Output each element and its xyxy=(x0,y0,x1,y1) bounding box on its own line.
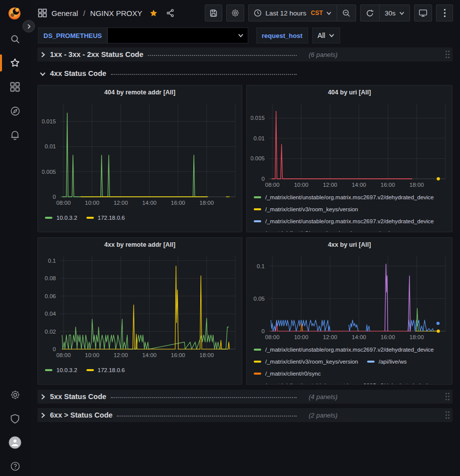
sidebar-item-profile[interactable] xyxy=(0,433,30,453)
legend-series-label[interactable]: 10.0.3.2 xyxy=(56,367,77,373)
chevron-right-icon xyxy=(39,394,46,400)
svg-text:0.04: 0.04 xyxy=(45,311,56,317)
legend-item: /_matrix/client/v3/room_keys/version xyxy=(254,359,358,365)
grafana-logo[interactable] xyxy=(6,5,22,21)
panel-title[interactable]: 4xx by uri [All] xyxy=(251,241,448,252)
legend-item: 172.18.0.6 xyxy=(86,215,125,221)
panel-title[interactable]: 404 by uri [All] xyxy=(251,89,448,99)
kebab-icon xyxy=(444,8,446,17)
svg-text:0.005: 0.005 xyxy=(251,155,265,161)
legend-series-label[interactable]: /_matrix/client/r0/sync xyxy=(265,371,321,377)
legend-item: 172.18.0.6 xyxy=(86,367,125,373)
legend-item: /_matrix/client/unstable/org.matrix.msc2… xyxy=(254,383,434,385)
share-icon[interactable] xyxy=(166,8,175,17)
time-range-label: Last 12 hours xyxy=(265,9,306,17)
save-dashboard-button[interactable] xyxy=(205,4,222,21)
legend-item: 10.0.3.2 xyxy=(45,367,77,373)
legend-series-label[interactable]: /_matrix/client/v3/room_keys/version xyxy=(265,230,358,232)
active-indicator xyxy=(0,54,2,71)
sidebar-item-explore[interactable] xyxy=(0,101,30,121)
row-title: 6xx > Status Code xyxy=(50,411,112,419)
svg-text:16:00: 16:00 xyxy=(171,200,185,206)
panel-legend: /_matrix/client/unstable/org.matrix.msc2… xyxy=(251,189,448,232)
timeseries-chart[interactable]: 08:0010:0012:0014:0016:0018:0000.020.040… xyxy=(42,252,239,360)
save-icon xyxy=(209,9,218,17)
panel-grid: 404 by remote addr [All] 08:0010:0012:00… xyxy=(37,85,453,385)
legend-series-label[interactable]: /_matrix/client/unstable/org.matrix.msc2… xyxy=(265,347,434,353)
timeseries-chart[interactable]: 08:0010:0012:0014:0016:0018:0000.0050.01… xyxy=(251,99,449,189)
panel-title[interactable]: 404 by remote addr [All] xyxy=(42,89,238,99)
legend-item: /sw.js xyxy=(367,230,393,232)
panel-title[interactable]: 4xx by remote addr [All] xyxy=(42,241,238,252)
legend-row: 10.0.3.2172.18.0.6 xyxy=(45,365,237,376)
timeseries-chart[interactable]: 08:0010:0012:0014:0016:0018:0000.050.1 xyxy=(251,252,449,342)
chevron-down-icon xyxy=(326,10,332,16)
svg-text:0.02: 0.02 xyxy=(45,329,56,335)
sidebar-item-dashboards[interactable] xyxy=(0,77,30,97)
legend-series-label[interactable]: 10.0.3.2 xyxy=(56,215,77,221)
svg-text:16:00: 16:00 xyxy=(381,334,395,340)
legend-series-label[interactable]: /_matrix/client/v3/room_keys/version xyxy=(265,206,358,212)
legend-series-label[interactable]: 172.18.0.6 xyxy=(98,367,125,373)
row-drag-handle[interactable] xyxy=(445,50,451,59)
row-drag-handle[interactable] xyxy=(445,392,451,401)
row-drag-handle[interactable] xyxy=(445,411,451,420)
legend-item: /_matrix/client/r0/sync xyxy=(254,371,321,377)
legend-row: /_matrix/client/v3/room_keys/version xyxy=(254,203,447,215)
zoom-out-button[interactable] xyxy=(337,5,356,21)
legend-row: /_matrix/client/unstable/org.matrix.msc2… xyxy=(254,380,447,385)
legend-row: /_matrix/client/r0/sync xyxy=(254,368,447,380)
svg-text:10:00: 10:00 xyxy=(85,200,99,206)
legend-series-label[interactable]: /_matrix/client/unstable/org.matrix.msc2… xyxy=(265,383,434,385)
panel-4xx-by-uri: 4xx by uri [All] 08:0010:0012:0014:0016:… xyxy=(246,237,453,385)
sidebar-item-search[interactable] xyxy=(0,29,30,49)
request-host-variable-label[interactable]: request_host xyxy=(256,27,308,43)
legend-series-label[interactable]: /sw.js xyxy=(379,230,393,232)
sidebar-item-admin[interactable] xyxy=(0,409,30,429)
row-header-6xx[interactable]: 6xx > Status Code (2 panels) xyxy=(37,408,453,422)
dotted-leader xyxy=(111,74,297,75)
legend-item: /api/live/ws xyxy=(367,359,407,365)
breadcrumb-folder[interactable]: General xyxy=(51,9,78,17)
starred-icon xyxy=(9,57,20,68)
favorite-star-icon[interactable] xyxy=(149,8,158,18)
row-header-5xx[interactable]: 5xx Status Code (4 panels) xyxy=(37,390,453,404)
dotted-leader xyxy=(111,397,297,398)
sidebar-item-alerting[interactable] xyxy=(0,125,30,145)
timeseries-chart[interactable]: 08:0010:0012:0014:0016:0018:0000.0050.01… xyxy=(42,99,239,207)
legend-series-label[interactable]: /_matrix/client/unstable/org.matrix.msc2… xyxy=(265,218,434,224)
time-range-picker[interactable]: Last 12 hours CST xyxy=(249,5,337,21)
datasource-variable-label[interactable]: DS_PROMETHEUS xyxy=(38,27,107,43)
datasource-select[interactable] xyxy=(107,27,248,43)
explore-compass-icon xyxy=(10,106,20,116)
sidebar-item-starred[interactable] xyxy=(0,53,30,73)
legend-series-label[interactable]: /_matrix/client/v3/room_keys/version xyxy=(265,359,358,365)
sidebar-expand-button[interactable] xyxy=(22,20,35,32)
legend-series-label[interactable]: /api/live/ws xyxy=(379,359,407,365)
svg-text:08:00: 08:00 xyxy=(265,334,280,340)
legend-item: /_matrix/client/unstable/org.matrix.msc2… xyxy=(254,347,434,353)
legend-series-color xyxy=(254,361,261,363)
kebab-menu-button[interactable] xyxy=(436,4,453,21)
sidebar-item-settings[interactable] xyxy=(0,385,30,405)
tv-mode-button[interactable] xyxy=(414,4,432,21)
breadcrumb-dashboard-title[interactable]: NGINX PROXY xyxy=(90,9,142,17)
refresh-interval-dropdown[interactable]: 30s xyxy=(379,5,410,21)
legend-series-label[interactable]: 172.18.0.6 xyxy=(98,215,125,221)
dashboards-icon xyxy=(10,82,20,92)
dashboard-canvas: 1xx - 3xx - 2xx Status Code (6 panels) 4… xyxy=(37,47,453,422)
dotted-leader xyxy=(117,416,297,417)
panel-legend: /_matrix/client/unstable/org.matrix.msc2… xyxy=(251,342,448,385)
legend-row: /_matrix/client/unstable/org.matrix.msc2… xyxy=(254,191,447,203)
sidebar-item-help[interactable] xyxy=(0,456,30,476)
row-header-4xx[interactable]: 4xx Status Code xyxy=(37,66,453,80)
request-host-select[interactable]: All xyxy=(312,27,341,43)
dashboard-settings-button[interactable] xyxy=(226,4,244,21)
panel-legend: 10.0.3.2172.18.0.6 xyxy=(42,207,238,223)
refresh-button[interactable] xyxy=(361,5,379,21)
chevron-down-icon xyxy=(399,10,405,16)
row-header-1xx-3xx-2xx[interactable]: 1xx - 3xx - 2xx Status Code (6 panels) xyxy=(37,47,453,61)
legend-series-label[interactable]: /_matrix/client/unstable/org.matrix.msc2… xyxy=(265,194,434,200)
svg-text:16:00: 16:00 xyxy=(171,352,185,358)
svg-text:0.1: 0.1 xyxy=(48,258,56,264)
